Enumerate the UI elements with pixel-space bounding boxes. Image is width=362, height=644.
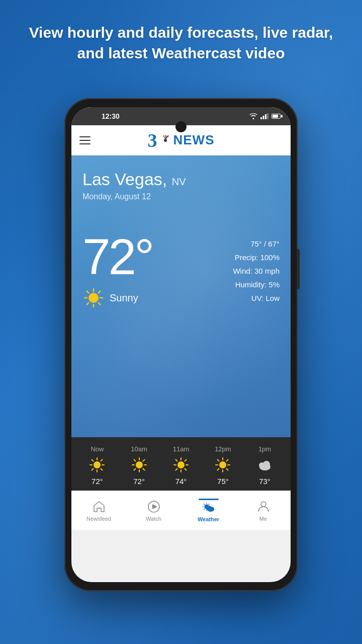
- hamburger-button[interactable]: [79, 136, 90, 144]
- phone-mockup: 12:30: [64, 98, 298, 591]
- nav-item-watch[interactable]: Watch: [126, 496, 181, 526]
- hourly-item: Now: [89, 445, 105, 486]
- app-logo: 3 NEWS: [148, 131, 215, 150]
- play-icon: [147, 500, 161, 514]
- sun-condition-icon: [82, 287, 105, 309]
- hourly-temp: 74°: [175, 477, 187, 486]
- hourly-temp: 73°: [259, 477, 270, 486]
- svg-line-21: [92, 469, 94, 470]
- hourly-temp: 72°: [133, 477, 145, 486]
- status-icons: [249, 113, 281, 119]
- status-time: 12:30: [102, 112, 120, 120]
- svg-line-40: [185, 460, 186, 461]
- battery-icon: [272, 114, 281, 119]
- svg-line-22: [101, 460, 103, 461]
- svg-line-30: [134, 469, 135, 470]
- nav-label-weather: Weather: [198, 516, 219, 522]
- home-icon: [92, 500, 106, 514]
- svg-rect-2: [265, 114, 266, 119]
- weather-current: 72°: [82, 231, 280, 309]
- city-name: Las Vegas, NV: [82, 170, 280, 189]
- svg-line-47: [227, 469, 228, 470]
- svg-line-13: [99, 291, 101, 293]
- city-state: NV: [172, 176, 186, 187]
- hourly-time: Now: [90, 445, 104, 453]
- hourly-time: 10am: [131, 445, 147, 453]
- svg-line-10: [87, 291, 89, 293]
- hourly-sun-icon: [89, 457, 105, 473]
- svg-rect-3: [267, 113, 269, 119]
- svg-line-46: [218, 460, 219, 461]
- phone-shell: 12:30: [64, 98, 298, 591]
- svg-line-31: [143, 460, 144, 461]
- svg-line-49: [227, 460, 228, 461]
- hamburger-line-1: [79, 136, 90, 137]
- svg-point-55: [263, 461, 270, 468]
- svg-line-66: [209, 504, 210, 505]
- weather-details: 75° / 67° Precip: 100% Wind: 30 mph Humi…: [233, 237, 280, 309]
- svg-point-41: [219, 461, 226, 468]
- svg-point-5: [88, 293, 99, 303]
- side-button: [297, 249, 300, 289]
- camera-notch: [175, 121, 187, 132]
- weather-date: Monday, August 12: [82, 192, 280, 201]
- wifi-icon: [249, 113, 257, 119]
- hourly-section: Now: [71, 437, 291, 491]
- hourly-item: 12pm: [215, 445, 231, 486]
- svg-marker-57: [152, 504, 157, 509]
- svg-line-20: [101, 469, 103, 470]
- svg-line-48: [218, 469, 219, 470]
- nav-item-weather[interactable]: Weather: [181, 495, 236, 526]
- precip: Precip: 100%: [233, 251, 280, 264]
- hi-lo: 75° / 67°: [233, 237, 280, 251]
- condition-label: Sunny: [110, 292, 138, 304]
- svg-line-37: [175, 460, 177, 461]
- nav-item-me[interactable]: Me: [236, 496, 291, 526]
- svg-rect-1: [263, 116, 264, 119]
- uv: UV: Low: [233, 291, 280, 305]
- phone-screen: 12:30: [71, 107, 291, 582]
- nav-label-me: Me: [259, 516, 267, 522]
- hourly-time: 11am: [173, 445, 190, 453]
- nav-label-watch: Watch: [146, 516, 161, 522]
- svg-point-32: [177, 461, 185, 468]
- weather-main: Las Vegas, NV Monday, August 12 72°: [71, 155, 291, 437]
- logo-news: NEWS: [173, 132, 215, 148]
- svg-line-63: [204, 504, 205, 505]
- bottom-nav: Newsfeed Watch: [71, 491, 291, 530]
- svg-line-19: [92, 460, 94, 461]
- nav-label-newsfeed: Newsfeed: [86, 516, 111, 522]
- signal-icon: [260, 113, 268, 119]
- svg-line-11: [99, 303, 101, 305]
- hourly-scroll: Now: [71, 445, 291, 486]
- hourly-temp: 75°: [217, 477, 229, 486]
- hamburger-line-3: [79, 143, 90, 144]
- svg-line-39: [175, 469, 177, 470]
- current-temp: 72°: [82, 231, 152, 282]
- hourly-time: 1pm: [258, 445, 271, 453]
- hourly-item: 11am: [173, 445, 190, 486]
- hourly-item: 10am: [131, 445, 147, 486]
- person-icon: [256, 500, 270, 514]
- nav-item-newsfeed[interactable]: Newsfeed: [71, 496, 126, 526]
- svg-line-12: [87, 303, 89, 305]
- svg-line-65: [204, 509, 205, 510]
- temp-section: 72°: [82, 231, 152, 309]
- wind: Wind: 30 mph: [233, 264, 280, 278]
- condition-row: Sunny: [82, 287, 152, 309]
- hourly-temp: 72°: [92, 477, 103, 486]
- svg-line-38: [185, 469, 186, 470]
- svg-line-29: [143, 469, 144, 470]
- hourly-sun-icon: [215, 457, 231, 473]
- hourly-sun-icon: [131, 457, 147, 473]
- hourly-time: 12pm: [215, 445, 231, 453]
- hourly-sun-icon: [173, 457, 189, 473]
- humidity: Humidity: 5%: [233, 278, 280, 291]
- svg-rect-0: [260, 117, 262, 119]
- hourly-cloud-icon: [257, 457, 273, 473]
- hamburger-line-2: [79, 140, 90, 141]
- logo-number: 3: [148, 131, 157, 150]
- svg-point-23: [136, 461, 143, 468]
- nbc-peacock-icon: [159, 134, 171, 146]
- svg-point-69: [207, 507, 214, 512]
